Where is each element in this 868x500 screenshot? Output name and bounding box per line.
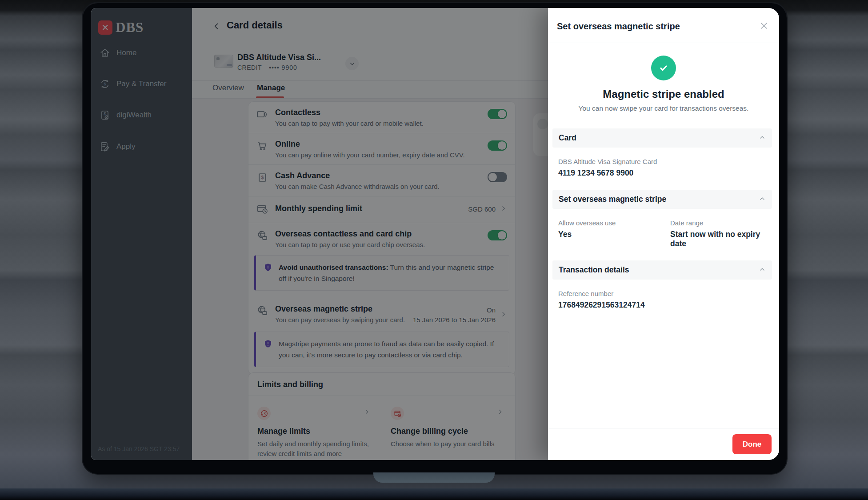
set-overseas-magstripe-modal: Set overseas magnetic stripe Magnetic st… xyxy=(548,8,779,460)
date-range-value: Start now with no expiry date xyxy=(670,230,766,248)
laptop-base-edge xyxy=(0,488,868,500)
date-range-label: Date range xyxy=(670,219,766,227)
card-number-value: 4119 1234 5678 9900 xyxy=(558,168,766,178)
section-header-transaction[interactable]: Transaction details xyxy=(552,260,772,280)
modal-title: Set overseas magnetic stripe xyxy=(557,21,680,32)
status-title: Magnetic stripe enabled xyxy=(548,88,779,100)
close-button[interactable] xyxy=(758,20,770,32)
section-body-transaction: Reference number 17684926291563124714 xyxy=(552,280,772,322)
status-subtitle: You can now swipe your card for transact… xyxy=(548,104,779,112)
laptop-screen: ✕ DBS Home $ Pay & Transfer $ digiWealth xyxy=(91,8,779,460)
section-header-magstripe[interactable]: Set overseas magnetic stripe xyxy=(552,190,772,209)
chevron-up-icon xyxy=(759,195,766,204)
card-label: DBS Altitude Visa Signature Card xyxy=(558,158,766,165)
modal-footer: Done xyxy=(548,428,779,460)
allow-overseas-value: Yes xyxy=(558,230,670,239)
close-icon xyxy=(760,21,768,30)
success-block: Magnetic stripe enabled You can now swip… xyxy=(548,43,779,112)
reference-number-label: Reference number xyxy=(558,290,766,297)
done-button[interactable]: Done xyxy=(732,434,772,454)
section-header-card[interactable]: Card xyxy=(552,128,772,148)
modal-backdrop[interactable] xyxy=(91,8,548,460)
allow-overseas-label: Allow overseas use xyxy=(558,219,670,227)
section-body-magstripe: Allow overseas use Yes Date range Start … xyxy=(552,209,772,260)
desktop: ✕ DBS Home $ Pay & Transfer $ digiWealth xyxy=(0,0,868,500)
success-check-icon xyxy=(651,56,676,80)
reference-number-value: 17684926291563124714 xyxy=(558,300,766,310)
laptop-bezel: ✕ DBS Home $ Pay & Transfer $ digiWealth xyxy=(83,3,787,474)
chevron-up-icon xyxy=(759,134,766,143)
section-body-card: DBS Altitude Visa Signature Card 4119 12… xyxy=(552,148,772,190)
modal-header: Set overseas magnetic stripe xyxy=(548,8,779,43)
laptop-base-notch xyxy=(373,472,495,483)
chevron-up-icon xyxy=(759,266,766,275)
